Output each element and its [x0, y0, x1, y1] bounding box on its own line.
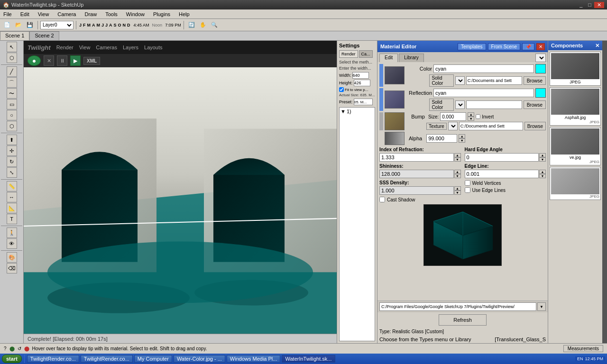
month-a1[interactable]: A: [92, 23, 96, 27]
me-templates-btn[interactable]: Templates: [458, 43, 486, 50]
reflection-type-dropdown[interactable]: ▼: [455, 100, 465, 109]
me-close-btn[interactable]: ✕: [536, 43, 545, 50]
tree-item[interactable]: ▼ 1): [340, 109, 374, 114]
comp-item-4[interactable]: JPEG: [550, 167, 601, 200]
play-btn[interactable]: ▶: [70, 55, 81, 66]
bump-spin-up[interactable]: ▲: [468, 112, 474, 117]
me-pin-btn[interactable]: 📌: [522, 43, 534, 50]
menu-window[interactable]: Window: [125, 11, 146, 17]
comp-item-2[interactable]: Asphalt.jpg JPEG: [550, 87, 601, 126]
maximize-btn[interactable]: □: [585, 2, 594, 8]
me-tab-edit[interactable]: Edit: [379, 54, 398, 62]
comp-close-icon[interactable]: ✕: [595, 43, 599, 49]
month-j3[interactable]: J: [105, 23, 108, 27]
tb-new[interactable]: 📄: [2, 20, 12, 30]
scene-tab-2[interactable]: Scene 2: [29, 31, 59, 40]
month-j2[interactable]: J: [101, 23, 104, 27]
menu-plugins[interactable]: Plugins: [152, 11, 172, 17]
alpha-spin-down[interactable]: ▼: [459, 138, 465, 143]
comp-item-1[interactable]: JPEG: [550, 52, 601, 86]
edge-line-spin-down[interactable]: ▼: [539, 174, 546, 178]
shininess-spin-up[interactable]: ▲: [454, 170, 461, 174]
cast-shadow-checkbox[interactable]: [379, 197, 385, 202]
reflection-browse-btn[interactable]: Browse: [524, 100, 546, 109]
month-a2[interactable]: A: [109, 23, 113, 27]
menu-view[interactable]: View: [37, 11, 51, 17]
menu-tools[interactable]: Tools: [104, 11, 119, 17]
edge-line-spin-up[interactable]: ▲: [539, 170, 546, 174]
tool-rect[interactable]: ▭: [7, 99, 17, 109]
tool-tape[interactable]: 📏: [7, 181, 17, 191]
bump-slider-handle[interactable]: [379, 112, 383, 130]
stop-btn[interactable]: ✕: [44, 55, 54, 66]
minimize-btn[interactable]: _: [577, 2, 585, 8]
me-dropdown[interactable]: [535, 54, 546, 62]
color-slider-handle[interactable]: [379, 64, 383, 87]
settings-tab-render[interactable]: Render: [339, 50, 358, 58]
tool-circle[interactable]: ○: [7, 110, 17, 120]
comp-item-3[interactable]: ve.jpg JPEG: [550, 127, 601, 165]
menu-camera[interactable]: Camera: [56, 11, 77, 17]
width-input[interactable]: [352, 72, 369, 79]
taskbar-item-3[interactable]: My Computer: [134, 355, 172, 363]
me-refresh-btn[interactable]: Refresh: [439, 314, 487, 326]
use-edge-lines-checkbox[interactable]: [465, 187, 470, 193]
tool-eraser[interactable]: ⌫: [7, 263, 17, 273]
close-btn[interactable]: ✕: [594, 2, 604, 8]
scene-tab-1[interactable]: Scene 1: [0, 31, 29, 40]
month-j1[interactable]: J: [79, 23, 82, 27]
alpha-spin-up[interactable]: ▲: [459, 134, 465, 138]
index-spin-down[interactable]: ▼: [454, 157, 461, 162]
tb-zoom[interactable]: 🔍: [209, 20, 220, 30]
reflection-slider-handle[interactable]: [379, 88, 383, 111]
hard-edge-input[interactable]: [465, 153, 539, 162]
me-tab-library[interactable]: Library: [399, 54, 424, 62]
reflection-input[interactable]: [433, 89, 534, 97]
weld-vertices-checkbox[interactable]: [465, 180, 470, 186]
viewport-3d[interactable]: [24, 67, 337, 334]
sss-spin-down[interactable]: ▼: [454, 191, 461, 195]
tool-select[interactable]: ↖: [7, 42, 17, 52]
tool-dim[interactable]: ↔: [7, 192, 17, 202]
taskbar-item-5[interactable]: Windows Media Pl...: [227, 355, 281, 363]
preset-input[interactable]: [354, 99, 373, 105]
tool-polygon[interactable]: ⬡: [7, 121, 17, 131]
taskbar-item-4[interactable]: Water-Color.jpg - ...: [174, 355, 225, 363]
tb-save[interactable]: 💾: [25, 20, 35, 30]
lang-indicator[interactable]: EN: [577, 356, 583, 361]
menu-edit[interactable]: Edit: [19, 11, 31, 17]
tool-arc[interactable]: ⌒: [7, 77, 17, 88]
hard-edge-spin-up[interactable]: ▲: [539, 153, 546, 157]
tb-orbit[interactable]: 🔄: [186, 20, 197, 30]
reflection-swatch[interactable]: [535, 88, 546, 98]
menu-file[interactable]: File: [2, 11, 13, 17]
sss-spin-up[interactable]: ▲: [454, 186, 461, 191]
tool-component[interactable]: ⬡: [7, 53, 17, 63]
menu-draw[interactable]: Draw: [83, 11, 98, 17]
bump-browse-btn[interactable]: Browse: [524, 122, 546, 130]
menu-help[interactable]: Help: [177, 11, 191, 17]
index-input[interactable]: [379, 153, 454, 162]
tw-menu-layers[interactable]: Layers: [123, 45, 138, 50]
color-swatch-1[interactable]: [535, 64, 546, 73]
tb-pan[interactable]: ✋: [198, 20, 208, 30]
bump-path[interactable]: [459, 122, 523, 130]
shininess-input[interactable]: [379, 170, 454, 178]
bump-invert-checkbox[interactable]: [476, 114, 480, 119]
tw-menu-layouts[interactable]: Layouts: [144, 45, 163, 50]
tool-walk[interactable]: 🚶: [7, 228, 17, 238]
month-d[interactable]: D: [127, 23, 131, 27]
me-fromscene-btn[interactable]: From Scene: [488, 43, 520, 50]
month-s[interactable]: S: [113, 23, 117, 27]
tool-protractor[interactable]: 📐: [7, 203, 17, 213]
taskbar-item-2[interactable]: TwilightRender.co...: [81, 355, 133, 363]
bump-texture-dropdown[interactable]: ▼: [448, 122, 458, 130]
layer-select[interactable]: Layer0: [40, 21, 74, 29]
tool-scale[interactable]: ⤡: [7, 167, 17, 178]
taskbar-item-6[interactable]: WaterInTwilight.sk...: [282, 355, 335, 363]
month-f[interactable]: F: [83, 23, 86, 27]
tw-menu-view[interactable]: View: [79, 45, 91, 50]
render-btn[interactable]: ●: [28, 55, 41, 66]
fit-checkbox[interactable]: [339, 87, 344, 92]
tw-menu-render[interactable]: Render: [56, 45, 74, 50]
